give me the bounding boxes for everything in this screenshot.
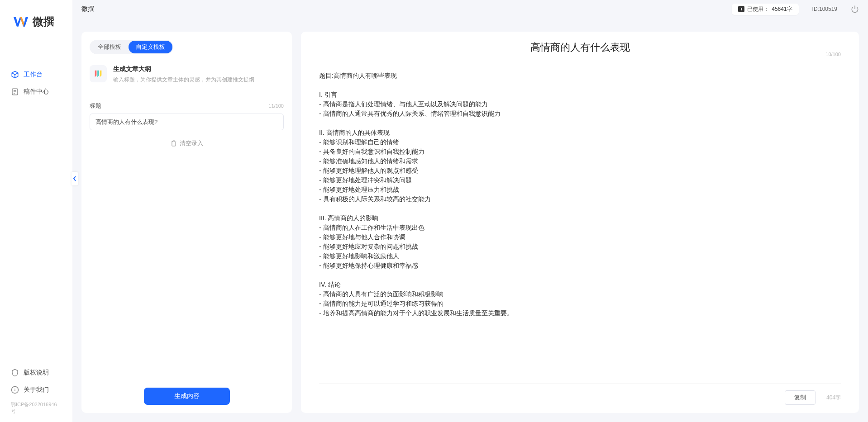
output-body: 题目:高情商的人有哪些表现 I. 引言 - 高情商是指人们处理情绪、与他人互动以… xyxy=(319,60,841,384)
usage-label: 已使用： xyxy=(747,5,769,13)
template-title: 生成文章大纲 xyxy=(113,65,284,73)
form-section: 标题 11/100 清空录入 xyxy=(90,102,284,147)
output-title: 高情商的人有什么表现 xyxy=(319,41,841,54)
title-char-count: 11/100 xyxy=(268,103,284,109)
nav-label: 稿件中心 xyxy=(24,88,49,96)
clear-label: 清空录入 xyxy=(180,139,203,147)
header-title: 微撰 xyxy=(81,5,94,13)
generate-button[interactable]: 生成内容 xyxy=(144,388,230,405)
template-icon xyxy=(90,65,107,82)
content: 全部模板 自定义模板 生成文章大纲 输入标题，为你提供文章主体的灵感，并为其创建… xyxy=(72,18,868,422)
template-info: 生成文章大纲 输入标题，为你提供文章主体的灵感，并为其创建推文提纲 xyxy=(113,65,284,84)
usage-badge[interactable]: T 已使用： 45641字 xyxy=(732,4,798,15)
trash-icon xyxy=(171,140,177,147)
template-desc: 输入标题，为你提供文章主体的灵感，并为其创建推文提纲 xyxy=(113,76,284,84)
nav-items: 工作台 稿件中心 xyxy=(0,43,72,364)
power-icon[interactable] xyxy=(851,5,859,13)
template-tabs: 全部模板 自定义模板 xyxy=(90,40,173,54)
title-label: 标题 xyxy=(90,102,101,110)
info-icon xyxy=(11,386,19,394)
output-footer: 复制 404字 xyxy=(319,384,841,405)
main: 微撰 T 已使用： 45641字 ID:100519 全部模板 xyxy=(72,0,868,422)
sidebar: 微撰 工作台 稿件中心 xyxy=(0,0,72,422)
nav-label: 版权说明 xyxy=(24,369,49,377)
tab-all-templates[interactable]: 全部模板 xyxy=(91,41,129,53)
sidebar-item-about[interactable]: 关于我们 xyxy=(0,381,72,398)
cube-icon xyxy=(11,71,19,79)
clear-input-button[interactable]: 清空录入 xyxy=(90,139,284,147)
usage-value: 45641字 xyxy=(772,5,792,13)
header-right: T 已使用： 45641字 ID:100519 xyxy=(732,4,859,15)
output-meta: 10/100 xyxy=(825,52,841,57)
title-input[interactable] xyxy=(90,114,284,130)
text-icon: T xyxy=(738,6,744,12)
document-icon xyxy=(11,88,19,96)
logo[interactable]: 微撰 xyxy=(0,0,72,43)
shield-icon xyxy=(11,369,19,377)
user-id: ID:100519 xyxy=(812,6,837,12)
sidebar-item-copyright[interactable]: 版权说明 xyxy=(0,364,72,381)
chevron-left-icon xyxy=(73,176,76,181)
sidebar-item-drafts[interactable]: 稿件中心 xyxy=(0,83,72,100)
copy-button[interactable]: 复制 xyxy=(785,390,816,405)
sidebar-bottom: 版权说明 关于我们 鄂ICP备2022016946号 xyxy=(0,364,72,422)
nav-label: 关于我们 xyxy=(24,386,49,394)
logo-icon xyxy=(13,14,29,30)
header: 微撰 T 已使用： 45641字 ID:100519 xyxy=(72,0,868,18)
template-card: 生成文章大纲 输入标题，为你提供文章主体的灵感，并为其创建推文提纲 xyxy=(90,65,284,84)
right-panel: 高情商的人有什么表现 10/100 题目:高情商的人有哪些表现 I. 引言 - … xyxy=(301,32,859,413)
icp-text: 鄂ICP备2022016946号 xyxy=(0,398,72,417)
output-word-count: 404字 xyxy=(826,394,841,402)
logo-text: 微撰 xyxy=(33,14,54,29)
nav-label: 工作台 xyxy=(24,71,43,79)
output-header: 高情商的人有什么表现 10/100 xyxy=(319,41,841,60)
tab-custom-templates[interactable]: 自定义模板 xyxy=(129,41,172,53)
sidebar-item-workspace[interactable]: 工作台 xyxy=(0,66,72,83)
sidebar-collapse-button[interactable] xyxy=(72,172,78,185)
left-panel: 全部模板 自定义模板 生成文章大纲 输入标题，为你提供文章主体的灵感，并为其创建… xyxy=(81,32,292,413)
